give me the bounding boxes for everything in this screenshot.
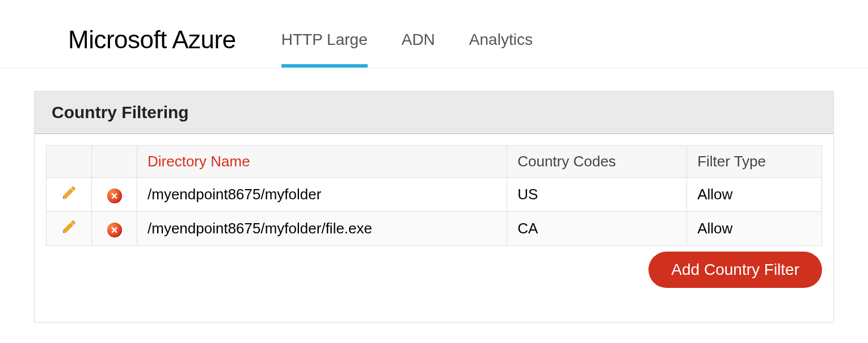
table-header-row: Directory Name Country Codes Filter Type <box>47 146 822 178</box>
col-directory-name[interactable]: Directory Name <box>137 146 507 178</box>
col-filter-type[interactable]: Filter Type <box>687 146 822 178</box>
tab-http-large[interactable]: HTTP Large <box>281 11 368 68</box>
button-row: Add Country Filter <box>46 252 822 288</box>
col-edit <box>47 146 92 178</box>
header: Microsoft Azure HTTP Large ADN Analytics <box>0 0 868 68</box>
filters-table: Directory Name Country Codes Filter Type… <box>46 145 822 246</box>
pencil-icon[interactable] <box>61 187 77 204</box>
cell-filter-type: Allow <box>687 178 822 212</box>
delete-icon[interactable]: ✕ <box>107 223 122 237</box>
cell-country-codes: CA <box>507 212 687 246</box>
azure-logo: Microsoft Azure <box>68 26 236 54</box>
delete-icon[interactable]: ✕ <box>107 189 122 203</box>
cell-directory-name: /myendpoint8675/myfolder/file.exe <box>137 212 507 246</box>
add-country-filter-button[interactable]: Add Country Filter <box>648 252 822 288</box>
cell-country-codes: US <box>507 178 687 212</box>
panel-title: Country Filtering <box>52 103 816 122</box>
col-delete <box>92 146 137 178</box>
table-row: ✕ /myendpoint8675/myfolder US Allow <box>47 178 822 212</box>
panel-body: Directory Name Country Codes Filter Type… <box>35 134 833 322</box>
col-country-codes[interactable]: Country Codes <box>507 146 687 178</box>
tab-analytics[interactable]: Analytics <box>469 11 533 68</box>
cell-directory-name: /myendpoint8675/myfolder <box>137 178 507 212</box>
tab-adn[interactable]: ADN <box>402 11 435 68</box>
pencil-icon[interactable] <box>61 221 77 238</box>
cell-filter-type: Allow <box>687 212 822 246</box>
panel-header: Country Filtering <box>35 91 833 134</box>
nav-tabs: HTTP Large ADN Analytics <box>281 11 533 68</box>
table-row: ✕ /myendpoint8675/myfolder/file.exe CA A… <box>47 212 822 246</box>
country-filtering-panel: Country Filtering Directory Name Country… <box>34 91 834 323</box>
